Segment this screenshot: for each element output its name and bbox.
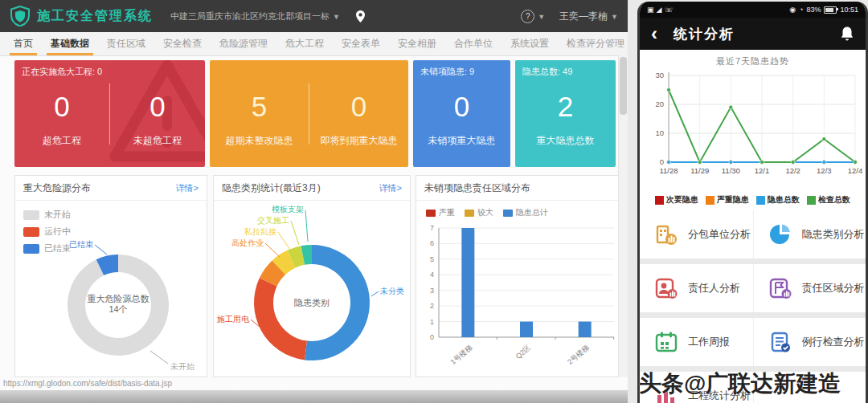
panel-hazard-source-distribution: 重大危险源分布 详情> 未开始运行中已结束 重大危险源总数14个已结束未开始 [14,175,207,377]
tab-check-score-mgmt[interactable]: 检查评分管理 [558,32,633,55]
svg-text:重大危险源总数14个: 重大危险源总数14个 [88,294,149,314]
tab-partner-units[interactable]: 合作单位 [445,32,502,55]
app-title: 施工安全管理系统 [37,8,153,25]
svg-text:1号楼梯: 1号楼梯 [449,344,474,364]
stat-value: 5 [210,91,309,123]
svg-text:12/2: 12/2 [785,166,800,175]
tab-safety-album[interactable]: 安全相册 [389,32,445,55]
help-menu[interactable]: ?▼ [521,10,545,23]
details-link[interactable]: 详情> [176,182,199,194]
watermark-text: 头条@广联达新建造 [639,368,868,399]
svg-text:20: 20 [655,100,664,108]
trend-line-chart: 010203011/2811/2911/3012/112/212/312/4 [640,67,866,189]
browser-status-url: https://xmgl.glodon.com/safe/dist/basis-… [0,377,628,390]
menu-item-subcontractor-analysis[interactable]: 分包单位分析 [640,210,753,258]
wifi-icon: ☏ [664,6,673,14]
hazard-category-donut-chart: 隐患类别未分类施工用电高处作业私拉乱接交叉施工模板支架 [214,201,410,377]
svg-text:2: 2 [430,302,434,310]
project-selector[interactable]: 中建三局重庆市渝北区约克北郡项目一标▼ [170,10,340,22]
card-open-major-hazards: 未销项隐患: 9 0 未销项重大隐患 [413,60,510,167]
svg-text:模板支架: 模板支架 [272,205,304,214]
chevron-down-icon: ▼ [333,13,340,21]
location-pin-icon[interactable] [356,10,365,22]
svg-text:12/1: 12/1 [755,166,770,175]
card-header: 隐患总数: 49 [522,66,572,78]
svg-text:6: 6 [430,239,434,247]
main-nav: 首页 基础数据 责任区域 安全检查 危险源管理 危大工程 安全表单 安全相册 合… [0,32,628,56]
svg-text:11/29: 11/29 [690,166,709,175]
tab-safety-check[interactable]: 安全检查 [154,32,211,55]
signal-icon: ◢ [657,6,662,14]
app-header: 施工安全管理系统 中建三局重庆市渝北区约克北郡项目一标▼ ?▼ 王奕—李楠▼ [0,0,628,32]
mobile-app: ▣ ◢ ☏ ◉ ◔ 83% 10:51 ‹ 统计分析 最近7天隐患趋势 0102… [637,2,868,403]
bar-legend: 严重较大隐患总计 [416,201,627,218]
svg-text:11/28: 11/28 [659,166,678,175]
menu-item-responsible-person-analysis[interactable]: 责任人分析 [640,264,753,312]
mobile-page-title: 统计分析 [674,25,735,43]
svg-text:11/30: 11/30 [722,166,740,175]
shield-logo-icon [10,6,31,26]
stat-value: 0 [413,91,510,123]
tab-system-settings[interactable]: 系统设置 [502,32,558,55]
battery-percent: 83% [806,6,821,14]
details-link[interactable]: 详情> [379,182,402,194]
bell-icon[interactable] [840,26,854,42]
trend-chart-title: 最近7天隐患趋势 [640,55,866,67]
clipboard-check-icon [768,330,792,354]
tab-hazard-source-mgmt[interactable]: 危险源管理 [211,32,276,55]
mobile-status-bar: ▣ ◢ ☏ ◉ ◔ 83% 10:51 [640,2,866,18]
card-danger-projects: 正在实施危大工程: 0 0 超危工程 0 未超危工程 [14,60,205,167]
card-overdue-hazards: 5 超期未整改隐患 0 即将到期重大隐患 [210,60,408,167]
scrollbar[interactable] [618,55,628,377]
desktop-dashboard: 施工安全管理系统 中建三局重庆市渝北区约克北郡项目一标▼ ?▼ 王奕—李楠▼ 首… [0,0,628,403]
card-major-hazard-total: 隐患总数: 49 2 重大隐患总数 [515,60,616,167]
area-bar-chart: 012345671号楼梯Q2区2号楼梯 [416,218,627,364]
panel-hazard-category-stats: 隐患类别统计(最近3月) 详情> 隐患类别未分类施工用电高处作业私拉乱接交叉施工… [213,175,411,377]
pie-chart-icon [768,222,792,246]
svg-text:10: 10 [655,128,664,137]
panel-open-hazard-area-distribution: 未销项隐患责任区域分布 严重较大隐患总计 012345671号楼梯Q2区2号楼梯… [416,175,628,377]
tab-responsibility-area[interactable]: 责任区域 [98,32,154,55]
stat-label: 未超危工程 [110,134,205,148]
stat-label: 即将到期重大隐患 [309,134,408,148]
tab-major-projects[interactable]: 危大工程 [276,32,333,55]
menu-item-weekly-report[interactable]: 工作周报 [640,318,753,366]
svg-text:7: 7 [430,224,434,232]
menu-item-routine-check-analysis[interactable]: 例行检查分析 [753,318,866,366]
svg-text:2号楼梯: 2号楼梯 [566,344,591,364]
stat-value: 2 [515,91,616,123]
stat-value: 0 [110,91,205,123]
battery-icon [824,6,837,14]
svg-text:5: 5 [430,255,434,263]
card-header: 未销项隐患: 9 [420,66,474,78]
svg-text:未分类: 未分类 [379,287,404,295]
scrollbar-thumb[interactable] [620,57,627,115]
svg-text:4: 4 [430,271,434,279]
menu-item-responsibility-area-analysis[interactable]: 责任区域分析 [753,264,866,312]
svg-text:1: 1 [430,318,434,326]
svg-text:高处作业: 高处作业 [231,238,264,247]
back-chevron-icon[interactable]: ‹ [651,19,657,48]
svg-text:已结束: 已结束 [69,240,93,249]
clock-time: 10:51 [840,6,858,14]
stat-cards-row: 正在实施危大工程: 0 0 超危工程 0 未超危工程 [14,60,616,167]
tab-home[interactable]: 首页 [5,32,42,55]
svg-text:12/3: 12/3 [817,166,832,175]
bottom-strip [0,390,628,403]
chevron-down-icon: ▼ [538,13,545,21]
tab-basic-data[interactable]: 基础数据 [42,32,98,55]
svg-text:0: 0 [430,333,434,341]
screenshot-root: 施工安全管理系统 中建三局重庆市渝北区约克北郡项目一标▼ ?▼ 王奕—李楠▼ 首… [0,0,868,403]
flag-chart-icon [768,276,792,300]
stat-label: 超期未整改隐患 [210,134,309,148]
menu-item-hazard-category-analysis[interactable]: 隐患类别分析 [753,210,866,258]
svg-text:未开始: 未开始 [170,362,194,371]
alarm-icon: ◔ [799,6,803,14]
user-menu[interactable]: 王奕—李楠▼ [559,10,618,23]
donut-legend: 未开始运行中已结束 [23,209,71,259]
tab-safety-forms[interactable]: 安全表单 [333,32,389,55]
svg-text:12/4: 12/4 [848,166,863,175]
sim-icon: ▣ [647,6,654,14]
user-name: 王奕—李楠 [559,10,608,22]
eye-icon: ◉ [789,6,796,14]
